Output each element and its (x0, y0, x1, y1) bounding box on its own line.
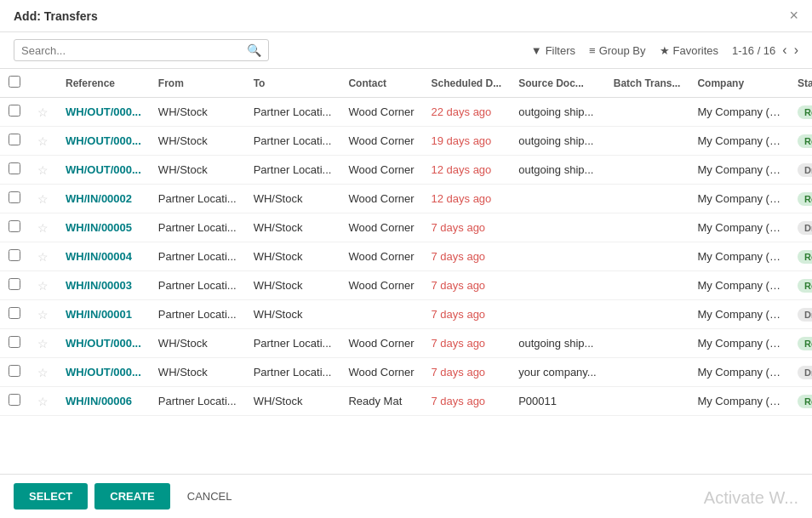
row-star-cell: ☆ (29, 242, 57, 271)
row-status: Draft (789, 300, 812, 329)
row-company: My Company (… (689, 387, 789, 416)
cancel-button[interactable]: CANCEL (177, 483, 243, 509)
row-contact: Wood Corner (340, 98, 422, 127)
filter-icon: ▼ (531, 44, 542, 57)
row-batch-trans (605, 242, 689, 271)
row-from: Partner Locati... (150, 300, 245, 329)
table-body: ☆ WH/OUT/000... WH/Stock Partner Locati.… (0, 98, 812, 416)
reference-link[interactable]: WH/OUT/000... (66, 366, 141, 379)
row-checkbox[interactable] (9, 191, 20, 203)
create-button[interactable]: CREATE (94, 483, 169, 509)
row-contact: Wood Corner (340, 156, 422, 185)
row-checkbox-cell (0, 300, 29, 329)
row-to: WH/Stock (245, 387, 340, 416)
row-source-doc: outgoing ship... (510, 127, 605, 156)
row-checkbox-cell (0, 127, 29, 156)
row-contact: Wood Corner (340, 213, 422, 242)
favorite-star-icon[interactable]: ☆ (37, 163, 49, 177)
row-checkbox[interactable] (9, 394, 20, 406)
row-checkbox[interactable] (9, 220, 20, 232)
row-star-cell: ☆ (29, 98, 57, 127)
row-checkbox[interactable] (9, 365, 20, 377)
select-all-checkbox[interactable] (9, 76, 20, 88)
status-badge: Draft (798, 308, 812, 322)
row-checkbox-cell (0, 271, 29, 300)
dialog-title: Add: Transfers (14, 9, 98, 23)
favorite-star-icon[interactable]: ☆ (37, 337, 49, 350)
batch-trans-header: Batch Trans... (605, 69, 689, 98)
favorite-star-icon[interactable]: ☆ (37, 221, 49, 235)
row-star-cell: ☆ (29, 127, 57, 156)
row-scheduled-date: 7 days ago (423, 300, 511, 329)
reference-link[interactable]: WH/IN/00001 (66, 308, 132, 321)
favorite-star-icon[interactable]: ☆ (37, 250, 49, 264)
row-checkbox[interactable] (9, 134, 20, 145)
from-header: From (150, 69, 245, 98)
row-batch-trans (605, 127, 689, 156)
favorite-star-icon[interactable]: ☆ (37, 395, 49, 408)
next-page-button[interactable]: › (794, 43, 798, 58)
reference-link[interactable]: WH/IN/00003 (66, 279, 132, 292)
table-header-row: Reference From To Contact Scheduled D...… (0, 69, 812, 98)
row-checkbox[interactable] (9, 336, 20, 348)
reference-link[interactable]: WH/OUT/000... (66, 105, 141, 118)
row-checkbox[interactable] (9, 307, 20, 319)
table-row: ☆ WH/IN/00001 Partner Locati... WH/Stock… (0, 300, 812, 329)
favorites-button[interactable]: ★ Favorites (660, 44, 718, 57)
favorite-star-icon[interactable]: ☆ (37, 279, 49, 293)
row-status: Draft (789, 156, 812, 185)
row-from: WH/Stock (150, 358, 245, 387)
favorite-star-icon[interactable]: ☆ (37, 105, 49, 119)
table-row: ☆ WH/IN/00004 Partner Locati... WH/Stock… (0, 242, 812, 271)
row-company: My Company (… (689, 156, 789, 185)
row-checkbox[interactable] (9, 105, 20, 117)
row-batch-trans (605, 329, 689, 358)
row-company: My Company (… (689, 98, 789, 127)
row-scheduled-date: 7 days ago (423, 242, 511, 271)
group-by-button[interactable]: ≡ Group By (589, 44, 646, 57)
row-star-cell: ☆ (29, 329, 57, 358)
status-badge: Ready (798, 192, 812, 206)
row-scheduled-date: 7 days ago (423, 271, 511, 300)
row-company: My Company (… (689, 185, 789, 213)
row-company: My Company (… (689, 300, 789, 329)
to-header: To (245, 69, 340, 98)
row-reference: WH/IN/00002 (57, 185, 150, 213)
reference-link[interactable]: WH/IN/00004 (66, 250, 132, 263)
favorite-star-icon[interactable]: ☆ (37, 192, 49, 206)
row-contact (340, 300, 422, 329)
favorite-star-icon[interactable]: ☆ (37, 308, 49, 322)
reference-link[interactable]: WH/OUT/000... (66, 337, 141, 350)
close-button[interactable]: × (789, 7, 798, 25)
company-header: Company (689, 69, 789, 98)
row-checkbox-cell (0, 387, 29, 416)
contact-header: Contact (340, 69, 422, 98)
reference-link[interactable]: WH/OUT/000... (66, 163, 141, 176)
row-to: WH/Stock (245, 271, 340, 300)
select-button[interactable]: SELECT (14, 483, 88, 509)
table-row: ☆ WH/IN/00005 Partner Locati... WH/Stock… (0, 213, 812, 242)
row-reference: WH/OUT/000... (57, 127, 150, 156)
favorite-star-icon[interactable]: ☆ (37, 366, 49, 379)
row-checkbox[interactable] (9, 162, 20, 174)
row-checkbox[interactable] (9, 278, 20, 290)
search-input[interactable] (21, 44, 247, 57)
row-checkbox-cell (0, 242, 29, 271)
select-all-header[interactable] (0, 69, 29, 98)
row-reference: WH/IN/00003 (57, 271, 150, 300)
status-badge: Draft (798, 221, 812, 235)
row-reference: WH/OUT/000... (57, 329, 150, 358)
prev-page-button[interactable]: ‹ (782, 43, 786, 58)
row-star-cell: ☆ (29, 358, 57, 387)
reference-link[interactable]: WH/IN/00002 (66, 192, 132, 205)
favorite-star-icon[interactable]: ☆ (37, 134, 49, 148)
row-checkbox[interactable] (9, 249, 20, 261)
footer-actions: SELECT CREATE CANCEL (14, 483, 243, 509)
row-star-cell: ☆ (29, 156, 57, 185)
reference-link[interactable]: WH/OUT/000... (66, 134, 141, 147)
reference-link[interactable]: WH/IN/00006 (66, 395, 132, 407)
row-status: Ready (789, 185, 812, 213)
reference-link[interactable]: WH/IN/00005 (66, 221, 132, 234)
row-checkbox-cell (0, 185, 29, 213)
filters-button[interactable]: ▼ Filters (531, 44, 575, 57)
